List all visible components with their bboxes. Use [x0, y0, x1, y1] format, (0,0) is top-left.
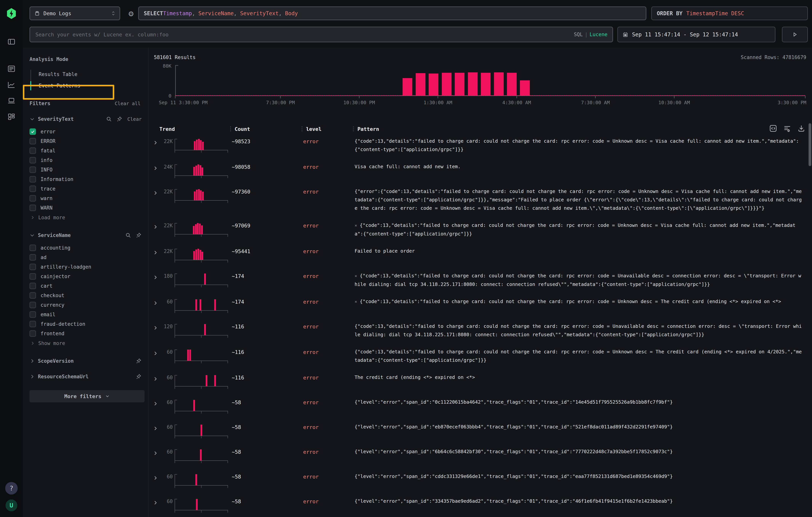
- filter-option-checkout[interactable]: checkout: [30, 291, 148, 300]
- histogram-bar[interactable]: [507, 73, 517, 96]
- filter-option-info[interactable]: INFO: [30, 165, 148, 174]
- search-logs-icon[interactable]: [7, 64, 16, 74]
- filter-option-ad[interactable]: ad: [30, 253, 148, 262]
- pattern-cell[interactable]: {"code":13,"details":"failed to charge c…: [355, 348, 804, 365]
- checkbox-unchecked[interactable]: [30, 254, 36, 261]
- search-input[interactable]: [35, 31, 574, 38]
- view-code-icon[interactable]: [770, 124, 777, 132]
- filter-option-error[interactable]: error: [30, 127, 148, 136]
- row-expand-chevron-icon[interactable]: [153, 222, 160, 230]
- pattern-cell[interactable]: ×{"code":13,"details":"failed to charge …: [355, 271, 804, 289]
- column-header-count[interactable]: ⋮Count: [235, 126, 306, 132]
- row-expand-chevron-icon[interactable]: [153, 138, 160, 145]
- filter-option-artillery-loadgen[interactable]: artillery-loadgen: [30, 262, 148, 271]
- pattern-row[interactable]: 180~174error×{"code":13,"details":"faile…: [149, 268, 812, 293]
- chart-metrics-icon[interactable]: [7, 80, 16, 89]
- filter-group-clear[interactable]: Clear: [127, 116, 142, 122]
- row-expand-chevron-icon[interactable]: [153, 473, 160, 481]
- filter-group-header-servicename[interactable]: ServiceName: [30, 232, 148, 238]
- pattern-exclude-icon[interactable]: ×: [355, 223, 357, 228]
- pattern-row[interactable]: 60~58error{"level":"error","span_id":"eb…: [149, 419, 812, 444]
- filter-option-fraud-detection[interactable]: fraud-detection: [30, 319, 148, 329]
- filter-option-error[interactable]: ERROR: [30, 136, 148, 146]
- filter-option-info[interactable]: info: [30, 155, 148, 165]
- checkbox-unchecked[interactable]: [30, 311, 36, 318]
- search-mode-toggle[interactable]: SQL|Lucene: [574, 32, 607, 37]
- pattern-row[interactable]: 60~58error{"level":"error","span_id":"33…: [149, 493, 812, 517]
- checkbox-unchecked[interactable]: [30, 321, 36, 327]
- analysis-mode-item-results-table[interactable]: Results Table: [30, 68, 148, 80]
- source-select[interactable]: Demo Logs: [30, 6, 120, 20]
- checkbox-unchecked[interactable]: [30, 176, 36, 182]
- results-histogram[interactable]: 80K 0 Sep 11 3:30:00 PM7:30:00 PM10:30:0…: [154, 62, 806, 109]
- pattern-cell[interactable]: {"level":"error","span_id":"334357bae9ed…: [355, 497, 804, 506]
- filter-group-header-severitytext[interactable]: SeverityTextClear: [30, 116, 148, 122]
- mode-sql[interactable]: SQL: [574, 32, 583, 37]
- column-header-trend[interactable]: Trend: [160, 126, 235, 132]
- show-more-button[interactable]: Show more: [30, 338, 148, 348]
- pattern-cell[interactable]: {"level":"error","span_id":"eb870ecef063…: [355, 423, 804, 431]
- sessions-icon[interactable]: [7, 96, 16, 106]
- row-expand-chevron-icon[interactable]: [153, 248, 160, 255]
- download-icon[interactable]: [798, 124, 805, 132]
- pattern-cell[interactable]: ×{"code":13,"details":"failed to charge …: [355, 297, 804, 306]
- pin-icon[interactable]: [117, 116, 122, 122]
- pattern-cell[interactable]: Failed to place order: [355, 247, 804, 255]
- filter-option-frontend[interactable]: frontend: [30, 329, 148, 338]
- pattern-cell[interactable]: {"level":"error","span_id":"cddc331329e6…: [355, 472, 804, 481]
- row-expand-chevron-icon[interactable]: [153, 399, 160, 406]
- pattern-row[interactable]: 22K~98523error{"code":13,"details":"fail…: [149, 133, 812, 159]
- checkbox-unchecked[interactable]: [30, 273, 36, 280]
- pattern-cell[interactable]: {"code":13,"details":"failed to charge c…: [355, 137, 804, 154]
- histogram-plot[interactable]: Sep 11 3:30:00 PM7:30:00 PM10:30:00 PM1:…: [175, 65, 805, 96]
- checkbox-unchecked[interactable]: [30, 205, 36, 211]
- dashboards-icon[interactable]: [7, 112, 16, 121]
- mode-lucene[interactable]: Lucene: [589, 32, 607, 37]
- sidebar-toggle-icon[interactable]: [7, 37, 16, 47]
- pattern-cell[interactable]: The credit card (ending <*> expired on <…: [355, 373, 804, 381]
- scrollbar-thumb[interactable]: [809, 123, 811, 166]
- filter-option-cainjector[interactable]: cainjector: [30, 271, 148, 281]
- histogram-bar[interactable]: [416, 73, 426, 96]
- pattern-row[interactable]: 60~116error{"code":13,"details":"failed …: [149, 344, 812, 369]
- filter-option-accounting[interactable]: accounting: [30, 243, 148, 253]
- time-range-picker[interactable]: Sep 11 15:47:14 - Sep 12 15:47:14: [617, 27, 776, 42]
- pattern-exclude-icon[interactable]: ×: [355, 274, 357, 278]
- pattern-row[interactable]: 60~116errorThe credit card (ending <*> e…: [149, 369, 812, 394]
- checkbox-unchecked[interactable]: [30, 245, 36, 251]
- row-expand-chevron-icon[interactable]: [153, 498, 160, 506]
- pin-icon[interactable]: [136, 358, 142, 364]
- pattern-row[interactable]: 22K~97069error×{"code":13,"details":"fai…: [149, 217, 812, 243]
- filter-option-cart[interactable]: cart: [30, 281, 148, 291]
- filter-option-trace[interactable]: trace: [30, 184, 148, 194]
- pattern-row[interactable]: 22K~95441errorFailed to place order: [149, 243, 812, 268]
- pattern-row[interactable]: 60~58error{"level":"error","span_id":"0c…: [149, 394, 812, 419]
- checkbox-unchecked[interactable]: [30, 330, 36, 337]
- histogram-bar[interactable]: [468, 73, 477, 96]
- row-expand-chevron-icon[interactable]: [153, 164, 160, 171]
- row-expand-chevron-icon[interactable]: [153, 449, 160, 456]
- row-expand-chevron-icon[interactable]: [153, 424, 160, 431]
- orderby-input[interactable]: ORDER BY TimestampTime DESC: [651, 6, 808, 20]
- checkbox-unchecked[interactable]: [30, 195, 36, 202]
- histogram-bar[interactable]: [403, 78, 412, 96]
- more-filters-button[interactable]: More filters: [30, 390, 145, 402]
- clear-all-filters[interactable]: Clear all: [115, 101, 141, 106]
- row-expand-chevron-icon[interactable]: [153, 323, 160, 331]
- pattern-row[interactable]: 60~58error{"level":"error","span_id":"cd…: [149, 468, 812, 493]
- checkbox-unchecked[interactable]: [30, 147, 36, 154]
- pin-icon[interactable]: [136, 232, 142, 238]
- filter-option-warn[interactable]: warn: [30, 194, 148, 203]
- checkbox-unchecked[interactable]: [30, 185, 36, 192]
- filter-group-header-scopeversion[interactable]: ScopeVersion: [30, 358, 148, 364]
- pattern-row[interactable]: 60~58error{"level":"error","span_id":"6b…: [149, 444, 812, 468]
- pattern-row[interactable]: 24K~98058errorVisa cache full: cannot ad…: [149, 159, 812, 183]
- gear-icon[interactable]: ⚙: [126, 8, 136, 19]
- histogram-bar[interactable]: [481, 73, 491, 96]
- pattern-cell[interactable]: {"level":"error","span_id":"6b64c6c58842…: [355, 448, 804, 456]
- filter-option-warn[interactable]: WARN: [30, 203, 148, 212]
- pattern-cell[interactable]: ×{"code":13,"details":"failed to charge …: [355, 221, 804, 238]
- histogram-bar[interactable]: [429, 74, 438, 96]
- pattern-cell[interactable]: {"level":"error","span_id":"0c11220615ba…: [355, 398, 804, 406]
- run-query-button[interactable]: [782, 27, 808, 42]
